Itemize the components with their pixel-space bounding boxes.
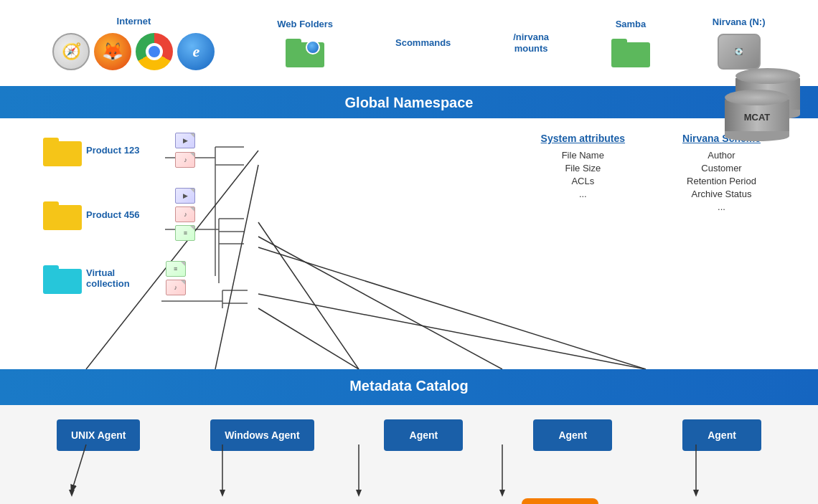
web-folders-group: Web Folders xyxy=(277,19,333,67)
top-section: Internet 🧭 🦊 e Web Folders Scommands /ni… xyxy=(0,0,818,86)
nirvana-disk-icon: 💽 xyxy=(718,34,761,70)
agent-1-box: Agent xyxy=(384,419,463,451)
scommands-group: Scommands xyxy=(395,37,451,49)
product456-files: ▶ ♪ ≡ xyxy=(175,188,195,241)
virtual-collection-row: Virtual collection ≡ ♪ xyxy=(43,261,195,295)
svg-line-17 xyxy=(258,247,646,369)
global-namespace-banner: Global Namespace xyxy=(0,86,818,118)
storage-row: NAS CAS SAN HSMArchive Cloud xyxy=(0,491,818,504)
virtual-label: Virtual collection xyxy=(86,267,130,289)
nirvana-n-label: Nirvana (N:) xyxy=(713,16,766,28)
ie-icon: e xyxy=(177,33,215,70)
virtual-folder-icon xyxy=(43,262,82,294)
unix-agent-label: UNIX Agent xyxy=(71,429,126,441)
attr-retention: Retention Period xyxy=(687,176,756,186)
metadata-catalog-banner: Metadata Catalog xyxy=(0,369,818,405)
attr-system-more: ... xyxy=(579,189,587,199)
file-music-icon-2: ♪ xyxy=(175,206,195,222)
lower-section: UNIX Agent Windows Agent Agent Agent Age… xyxy=(0,405,818,504)
file-tree: Product 123 ▶ ♪ Product 456 ▶ ♪ ≡ Virtua… xyxy=(43,133,195,295)
file-doc-icon-2: ≡ xyxy=(166,261,186,277)
unix-agent-box: UNIX Agent xyxy=(57,419,140,451)
web-folder-icon xyxy=(286,36,324,67)
product123-row: Product 123 ▶ ♪ xyxy=(43,133,195,168)
svg-line-14 xyxy=(215,165,258,369)
product456-row: Product 456 ▶ ♪ ≡ xyxy=(43,188,195,241)
system-attributes-column: System attributes File Name File Size AC… xyxy=(541,133,625,214)
internet-group: Internet 🧭 🦊 e xyxy=(52,16,215,70)
metadata-catalog-text: Metadata Catalog xyxy=(349,378,469,394)
agents-row: UNIX Agent Windows Agent Agent Agent Age… xyxy=(0,405,818,491)
samba-group: Samba xyxy=(611,19,650,67)
internet-label: Internet xyxy=(117,16,151,27)
samba-folder-icon xyxy=(611,36,650,67)
mcat-cylinders: MCAT MCAT xyxy=(725,68,804,154)
nirvana-mounts-label: /nirvana mounts xyxy=(513,32,549,54)
safari-icon: 🧭 xyxy=(52,33,90,70)
mcat-front-cylinder: MCAT xyxy=(725,90,789,141)
mcat-front-label: MCAT xyxy=(744,112,771,123)
virtual-files: ≡ ♪ xyxy=(166,261,186,295)
file-doc-icon-1: ≡ xyxy=(175,225,195,241)
agent-3-box: Agent xyxy=(682,419,761,451)
svg-line-19 xyxy=(258,308,359,369)
attr-filesize: File Size xyxy=(565,163,601,173)
attr-archive-status: Archive Status xyxy=(692,189,752,199)
global-namespace-text: Global Namespace xyxy=(345,95,474,110)
file-music-icon-1: ♪ xyxy=(175,152,195,168)
file-music-icon-3: ♪ xyxy=(166,280,186,295)
chrome-icon xyxy=(136,33,173,70)
hsm-badge: HSMArchive xyxy=(522,498,598,504)
attr-acls: ACLs xyxy=(571,176,594,186)
file-movie-icon-2: ▶ xyxy=(175,188,195,204)
attr-filename: File Name xyxy=(562,150,604,161)
agent-2-label: Agent xyxy=(558,429,587,441)
agent-3-label: Agent xyxy=(707,429,736,441)
samba-label: Samba xyxy=(616,19,647,30)
nirvana-mounts-group: /nirvana mounts xyxy=(513,32,549,54)
attr-customer: Customer xyxy=(701,163,741,173)
agent-2-box: Agent xyxy=(533,419,612,451)
svg-line-16 xyxy=(258,237,502,369)
nirvana-n-group: Nirvana (N:) 💽 xyxy=(713,16,766,70)
web-folders-label: Web Folders xyxy=(277,19,333,30)
product456-label: Product 456 xyxy=(86,209,139,220)
firefox-icon: 🦊 xyxy=(94,33,131,70)
file-movie-icon-1: ▶ xyxy=(175,133,195,148)
agent-1-label: Agent xyxy=(410,429,438,441)
product456-folder-icon xyxy=(43,199,82,230)
svg-line-15 xyxy=(258,222,359,369)
product123-files: ▶ ♪ xyxy=(175,133,195,168)
product123-folder-icon xyxy=(43,135,82,166)
windows-agent-box: Windows Agent xyxy=(210,419,314,451)
system-attributes-title: System attributes xyxy=(541,133,625,144)
attr-nirvana-more: ... xyxy=(718,201,725,212)
svg-line-18 xyxy=(258,294,646,369)
windows-agent-label: Windows Agent xyxy=(225,429,299,441)
product123-label: Product 123 xyxy=(86,145,139,156)
scommands-label: Scommands xyxy=(395,37,451,49)
